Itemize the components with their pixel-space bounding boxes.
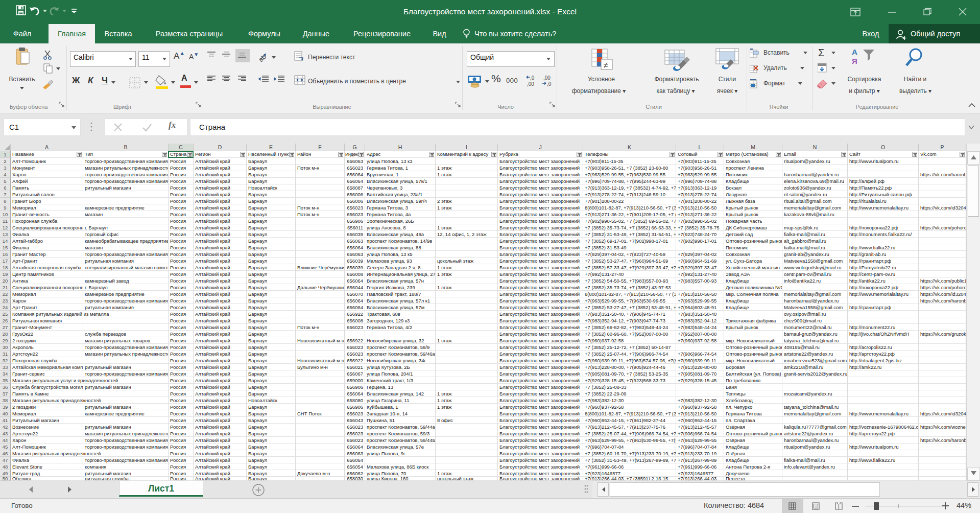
svg-text:≠: ≠ [604, 61, 608, 69]
svg-text:,0: ,0 [530, 75, 535, 81]
svg-text:Я: Я [852, 57, 857, 65]
svg-text:,00: ,00 [543, 75, 551, 81]
svg-text:ab: ab [258, 53, 268, 63]
svg-text:,0: ,0 [547, 81, 552, 87]
svg-text:А: А [852, 48, 857, 56]
svg-text:,00: ,00 [527, 81, 534, 87]
